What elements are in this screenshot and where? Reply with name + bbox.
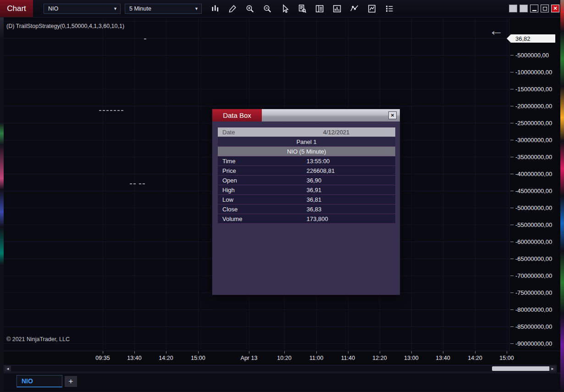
- scroll-left-button[interactable]: ◄: [5, 366, 11, 371]
- axis-tick: [510, 293, 514, 293]
- add-tab-button[interactable]: +: [65, 376, 77, 387]
- axis-tick: [510, 225, 514, 225]
- y-axis-label: -30000000,00: [509, 136, 560, 144]
- close-button[interactable]: ✕: [551, 5, 559, 12]
- data-box-window: Data Box ✕ Date4/12/2021 Panel 1 NIO (5 …: [212, 109, 400, 295]
- databox-row-high: High36,91: [218, 185, 395, 195]
- indicators-icon[interactable]: [331, 2, 343, 15]
- axis-tick: [510, 191, 514, 191]
- title-bar[interactable]: Chart NIO ▼ 5 Minute ▼: [0, 0, 560, 17]
- chevron-down-icon: ▼: [113, 6, 117, 11]
- price-axis[interactable]: -5000000,00 -10000000,00 -15000000,00 -2…: [509, 18, 560, 351]
- left-arrow-icon: ←: [489, 23, 503, 38]
- data-box-close-button[interactable]: ✕: [388, 111, 397, 119]
- y-axis-label: -55000000,00: [509, 221, 560, 228]
- minimize-icon: [532, 10, 536, 11]
- price-bars-dash-group: [144, 39, 146, 39]
- chart-trader-icon[interactable]: [314, 2, 325, 15]
- instrument-value: NIO: [48, 6, 58, 12]
- instrument-dropdown[interactable]: NIO ▼: [44, 4, 121, 14]
- y-axis-label: -85000000,00: [509, 323, 560, 330]
- axis-tick: [510, 242, 514, 242]
- interval-dropdown[interactable]: 5 Minute ▼: [125, 4, 202, 14]
- x-axis-label: 14:20: [468, 355, 482, 361]
- time-axis[interactable]: 09:35 13:40 14:20 15:00 Apr 13 10:20 11:…: [4, 351, 560, 364]
- axis-tick: [510, 343, 514, 344]
- cursor-icon[interactable]: [279, 2, 290, 15]
- strategy-label: (D) TrailStopStrategy(0,1,50000,4,1,3,60…: [6, 23, 124, 29]
- y-axis-label: -60000000,00: [509, 238, 560, 245]
- chart-window: Chart NIO ▼ 5 Minute ▼: [0, 0, 564, 392]
- y-axis-label: -80000000,00: [509, 306, 560, 313]
- y-axis-label: -35000000,00: [509, 153, 560, 160]
- strategies-icon[interactable]: [366, 2, 377, 15]
- zoom-out-icon[interactable]: [261, 2, 273, 15]
- axis-tick: [510, 89, 514, 89]
- databox-row-low: Low36,81: [218, 195, 395, 204]
- databox-row-date: Date4/12/2021: [218, 127, 395, 137]
- axis-tick: [510, 55, 514, 55]
- price-bars-dash-group: [99, 110, 123, 111]
- axis-tick: [510, 309, 514, 310]
- window-button-blank[interactable]: [520, 5, 528, 12]
- axis-tick: [443, 351, 443, 353]
- axis-tick: [380, 351, 380, 353]
- data-box-title-bar[interactable]: Data Box ✕: [212, 109, 400, 121]
- x-axis-label: Apr 13: [241, 355, 258, 361]
- x-axis-label: 14:20: [159, 355, 173, 361]
- maximize-button[interactable]: [541, 5, 549, 12]
- chart-toolbar: [209, 2, 395, 15]
- axis-tick: [134, 351, 135, 353]
- grid-line: [166, 18, 166, 351]
- databox-row-close: Close36,83: [218, 204, 395, 214]
- databox-row-volume: Volume173,800: [218, 214, 395, 224]
- data-box-icon[interactable]: [296, 2, 308, 15]
- grid-line: [475, 18, 476, 351]
- x-axis-label: 11:40: [341, 355, 355, 361]
- axis-tick: [510, 157, 514, 157]
- axis-tick: [510, 174, 514, 174]
- y-axis-label: -65000000,00: [509, 255, 560, 262]
- price-bars-dash-group: [130, 183, 145, 184]
- zoom-in-icon[interactable]: [244, 2, 255, 15]
- x-axis-label: 15:00: [191, 355, 205, 361]
- maximize-icon: [543, 7, 547, 11]
- axis-tick: [249, 351, 249, 353]
- horizontal-scrollbar[interactable]: ◄ ►: [4, 365, 557, 372]
- axis-tick: [510, 208, 514, 208]
- background-right-strip: [560, 0, 564, 392]
- databox-row-series: NIO (5 Minute): [218, 147, 395, 156]
- scrollbar-thumb[interactable]: [492, 366, 550, 371]
- x-axis-label: 13:00: [404, 355, 418, 361]
- scroll-right-button[interactable]: ►: [549, 366, 556, 371]
- axis-tick: [103, 351, 103, 353]
- y-axis-label: -20000000,00: [509, 102, 560, 110]
- axis-tick: [348, 351, 348, 353]
- axis-tick: [510, 326, 514, 327]
- databox-row-time: Time13:55:00: [218, 156, 395, 166]
- axis-tick: [166, 351, 166, 353]
- grid-line: [103, 18, 103, 351]
- grid-line: [198, 18, 199, 351]
- x-axis-label: 15:00: [499, 355, 514, 361]
- background-left-strip: [0, 17, 4, 392]
- y-axis-label: -70000000,00: [509, 272, 560, 279]
- data-box-title: Data Box: [212, 109, 262, 121]
- window-button-blank[interactable]: [509, 5, 517, 12]
- y-axis-label: -15000000,00: [509, 85, 560, 93]
- axis-tick: [475, 351, 476, 353]
- axis-tick: [510, 123, 514, 123]
- y-axis-label: -40000000,00: [509, 170, 560, 177]
- y-axis-label: -10000000,00: [509, 68, 560, 76]
- axis-tick: [510, 259, 514, 259]
- signal-line-icon[interactable]: [348, 2, 360, 15]
- minimize-button[interactable]: [530, 5, 538, 12]
- axis-tick: [284, 351, 285, 353]
- grid-line: [134, 18, 135, 351]
- databox-row-price: Price226608,81: [218, 166, 395, 176]
- axis-tick: [411, 351, 412, 353]
- properties-list-icon[interactable]: [383, 2, 395, 15]
- draw-pencil-icon[interactable]: [227, 2, 238, 15]
- tab-nio[interactable]: NIO: [17, 375, 62, 387]
- chart-style-icon[interactable]: [209, 2, 221, 15]
